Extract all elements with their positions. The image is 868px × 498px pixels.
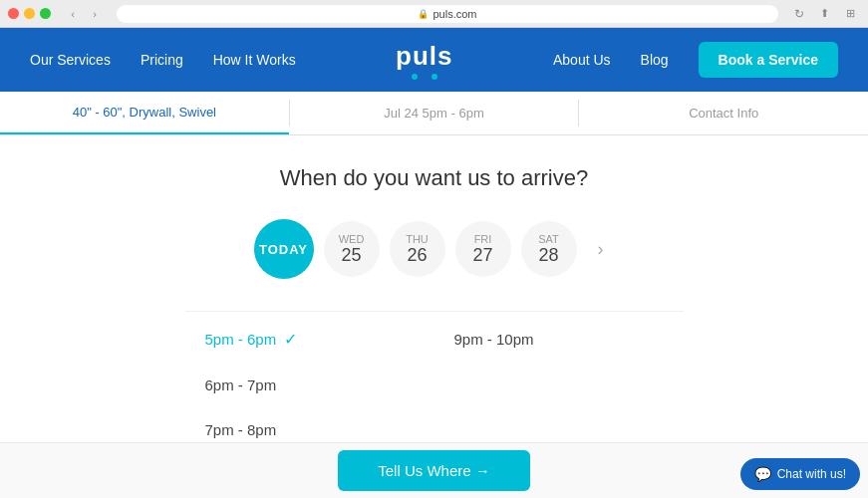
step-contact-info-label: Contact Info (689, 106, 758, 121)
date-fri-27[interactable]: FRI 27 (455, 221, 511, 277)
time-slot-7pm-label: 7pm - 8pm (205, 421, 277, 438)
date-thu-name: THU (406, 233, 429, 245)
bottom-bar: Tell Us Where → (0, 442, 868, 498)
check-icon: ✓ (284, 330, 297, 349)
progress-bar: 40" - 60", Drywall, Swivel Jul 24 5pm - … (0, 92, 868, 135)
time-slot-5pm[interactable]: 5pm - 6pm ✓ (185, 316, 434, 363)
date-fri-num: 27 (472, 245, 492, 266)
nav-arrows: ‹ › (63, 5, 105, 23)
time-slot-5pm-label: 5pm - 6pm (205, 331, 277, 348)
logo-dots (412, 74, 437, 80)
date-picker: TODAY WED 25 THU 26 FRI 27 SAT 28 › (254, 219, 615, 279)
logo-dot-2 (422, 74, 428, 80)
lock-icon: 🔒 (418, 9, 429, 19)
time-slot-empty-col2-row2 (434, 363, 684, 407)
browser-chrome: ‹ › 🔒 puls.com ↻ ⬆ ⊞ (0, 0, 868, 28)
page-title: When do you want us to arrive? (280, 165, 588, 191)
time-slot-6pm[interactable]: 6pm - 7pm (185, 363, 434, 407)
date-next-arrow[interactable]: › (587, 235, 615, 263)
nav-links-right: About Us Blog Book a Service (553, 42, 838, 78)
nav-our-services[interactable]: Our Services (30, 52, 111, 68)
chat-widget[interactable]: 💬 Chat with us! (740, 458, 860, 490)
nav-about-us[interactable]: About Us (553, 52, 611, 68)
time-slot-6pm-label: 6pm - 7pm (205, 376, 277, 393)
nav-pricing[interactable]: Pricing (141, 52, 183, 68)
traffic-lights (8, 8, 51, 19)
step-contact-info[interactable]: Contact Info (579, 92, 868, 134)
chat-label: Chat with us! (777, 467, 846, 481)
date-thu-26[interactable]: THU 26 (390, 221, 445, 277)
navbar: Our Services Pricing How It Works puls A… (0, 28, 868, 92)
date-wed-25[interactable]: WED 25 (324, 221, 380, 277)
time-slot-9pm-label: 9pm - 10pm (454, 331, 534, 348)
address-bar[interactable]: 🔒 puls.com (117, 5, 778, 23)
logo-dot-3 (432, 74, 437, 80)
back-button[interactable]: ‹ (63, 5, 83, 23)
chat-bubble-icon: 💬 (754, 466, 771, 482)
nav-blog[interactable]: Blog (641, 52, 669, 68)
date-wed-name: WED (339, 233, 365, 245)
minimize-button[interactable] (24, 8, 35, 19)
logo-container: puls (396, 41, 452, 80)
step-service-details-label: 40" - 60", Drywall, Swivel (73, 105, 216, 120)
url-text: puls.com (433, 8, 476, 20)
step-service-details[interactable]: 40" - 60", Drywall, Swivel (0, 92, 289, 134)
date-sat-name: SAT (538, 233, 559, 245)
date-sat-num: 28 (538, 245, 558, 266)
step-arrival-time-label: Jul 24 5pm - 6pm (384, 106, 483, 121)
date-wed-num: 25 (341, 245, 361, 266)
time-slot-9pm[interactable]: 9pm - 10pm (434, 316, 684, 363)
reload-button[interactable]: ↻ (790, 5, 808, 23)
date-sat-28[interactable]: SAT 28 (521, 221, 577, 277)
logo-text: puls (396, 41, 452, 72)
forward-button[interactable]: › (85, 5, 105, 23)
time-slots-divider-top (185, 311, 684, 312)
close-button[interactable] (8, 8, 19, 19)
logo-dot-1 (412, 74, 418, 80)
share-button[interactable]: ⬆ (814, 5, 834, 23)
new-tab-button[interactable]: ⊞ (840, 5, 860, 23)
nav-how-it-works[interactable]: How It Works (213, 52, 296, 68)
date-thu-num: 26 (407, 245, 427, 266)
date-fri-name: FRI (474, 233, 492, 245)
maximize-button[interactable] (40, 8, 51, 19)
tell-us-where-button[interactable]: Tell Us Where → (338, 450, 530, 491)
nav-links-left: Our Services Pricing How It Works (30, 52, 296, 68)
book-service-button[interactable]: Book a Service (699, 42, 838, 78)
today-button[interactable]: TODAY (254, 219, 314, 279)
step-arrival-time[interactable]: Jul 24 5pm - 6pm (290, 92, 579, 134)
